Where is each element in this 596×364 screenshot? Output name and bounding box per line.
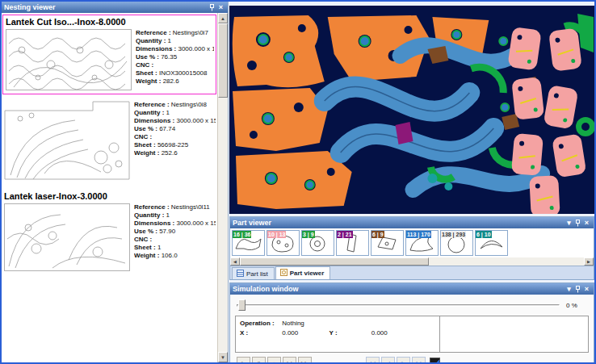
detail-value: 76.35	[161, 53, 177, 61]
go-next-button[interactable]: ▶	[397, 357, 410, 364]
part-thumbnail[interactable]: 16 | 36	[232, 230, 265, 256]
application-window: Nesting viewer × Lantek Cut Iso...-Inox-…	[0, 0, 596, 364]
part-count-badge: 3 | 9	[302, 231, 315, 238]
tab-part-viewer[interactable]: Part viewer	[275, 266, 331, 279]
simulation-title: Simulation window	[233, 285, 565, 293]
detail-label: Sheet :	[134, 244, 156, 251]
nesting-item[interactable]: Reference : Nestings\0i8 Quantity : 1 Di…	[2, 99, 217, 183]
scroll-right-icon[interactable]: ▶	[584, 257, 594, 266]
part-count-badge: 2 | 21	[337, 231, 353, 238]
simulation-panel: Simulation window ▾ × 0 %	[229, 282, 594, 364]
step-to-end-button[interactable]: ▶▶	[298, 357, 312, 364]
nesting-list: Lantek Cut Iso...-Inox-8.0000	[2, 13, 217, 362]
part-thumbnail[interactable]: 6 | 9	[371, 230, 404, 256]
detail-label: Quantity :	[134, 211, 164, 219]
detail-value: Nestings\0i7	[173, 29, 208, 36]
part-count-badge: 6 | 10	[476, 231, 492, 238]
part-thumbnail[interactable]: 2 | 21	[336, 230, 369, 256]
pin-icon[interactable]	[208, 3, 216, 12]
tab-part-list[interactable]: Part list	[232, 267, 275, 279]
nesting-item[interactable]: Reference : Nestings\0l11 Quantity : 1 D…	[2, 202, 217, 274]
go-last-button[interactable]: ▶|	[412, 357, 426, 364]
chevron-down-icon[interactable]: ▾	[565, 285, 573, 294]
part-thumbnail[interactable]: 113 | 170	[405, 230, 439, 256]
part-viewer-titlebar: Part viewer ▾ ×	[230, 217, 594, 228]
vertical-scrollbar[interactable]: ▲ ▼	[217, 13, 228, 362]
scroll-down-icon[interactable]: ▼	[218, 352, 228, 362]
play-button[interactable]: ▶	[237, 357, 250, 364]
detail-value: 1	[166, 211, 170, 219]
scrollbar-thumb[interactable]	[240, 257, 429, 266]
nesting-item-selected[interactable]: Lantek Cut Iso...-Inox-8.0000	[2, 15, 216, 94]
detail-value: 282.6	[163, 77, 179, 85]
slider-track[interactable]	[237, 304, 560, 307]
detail-label: Reference :	[134, 101, 170, 108]
progress-percent: 0 %	[566, 302, 587, 309]
nesting-thumbnail[interactable]	[4, 203, 132, 271]
x-label: X :	[240, 328, 280, 338]
part-thumbnail[interactable]: 138 | 293	[440, 230, 473, 256]
scrollbar-thumb[interactable]	[218, 23, 228, 98]
part-viewer-title: Part viewer	[233, 219, 565, 227]
operation-value: Nothing	[282, 319, 327, 328]
operation-label: Operation :	[240, 319, 280, 328]
stop-button[interactable]: ■	[267, 357, 281, 364]
scroll-left-icon[interactable]: ◀	[230, 257, 240, 266]
detail-value: 57.90	[159, 228, 175, 235]
nesting-thumbnail[interactable]	[6, 29, 133, 90]
chevron-down-icon[interactable]: ▾	[565, 219, 573, 228]
detail-label: Weight :	[134, 252, 159, 259]
scroll-up-icon[interactable]: ▲	[218, 13, 228, 23]
detail-label: Sheet :	[134, 141, 156, 149]
scrollbar-track[interactable]	[218, 23, 228, 352]
go-previous-button[interactable]: ◀	[381, 357, 395, 364]
pin-icon[interactable]	[573, 285, 582, 294]
scrollbar-track[interactable]	[240, 257, 584, 266]
close-icon[interactable]: ×	[582, 219, 591, 228]
detail-value: 56698-225	[157, 141, 188, 149]
pin-icon[interactable]	[573, 219, 582, 228]
nesting-details: Reference : Nestings\0l11 Quantity : 1 D…	[132, 203, 216, 271]
detail-label: CNC :	[134, 133, 152, 140]
pause-button[interactable]: ||	[252, 357, 266, 364]
color-settings-button[interactable]	[430, 358, 440, 364]
nesting-details: Reference : Nestings\0i7 Quantity : 1 Di…	[133, 29, 214, 90]
y-label: Y :	[329, 328, 369, 338]
detail-label: Use % :	[134, 228, 157, 235]
part-count-badge: 16 | 36	[233, 231, 251, 238]
simulation-titlebar: Simulation window ▾ ×	[230, 283, 594, 295]
detail-label: Weight :	[134, 149, 159, 157]
part-thumbnail[interactable]: 3 | 9	[301, 230, 334, 256]
part-tabs: Part list Part viewer	[230, 266, 594, 279]
close-icon[interactable]: ×	[582, 285, 591, 294]
close-icon[interactable]: ×	[216, 3, 225, 12]
detail-value: 3000.000 x 15	[176, 117, 216, 124]
detail-value: 252.6	[162, 149, 178, 157]
simulation-progress-slider[interactable]	[237, 299, 560, 311]
part-count-badge: 113 | 170	[406, 231, 431, 238]
detail-value: 3000.000 x 15	[176, 220, 216, 227]
part-thumbnail[interactable]: 6 | 10	[475, 230, 508, 256]
go-first-button[interactable]: |◀	[366, 357, 380, 364]
detail-value: 1	[166, 109, 170, 116]
nesting-details: Reference : Nestings\0i8 Quantity : 1 Di…	[132, 101, 216, 180]
detail-value: Nestings\0i8	[171, 101, 207, 108]
detail-label: Use % :	[134, 125, 157, 132]
nesting-canvas[interactable]	[229, 6, 594, 214]
nesting-heading: Lantek Cut Iso...-Inox-8.0000	[3, 15, 216, 27]
nesting-viewer-title: Nesting viewer	[4, 3, 208, 11]
tab-label: Part viewer	[290, 270, 325, 277]
part-viewer-panel: Part viewer ▾ × 16 | 36 10 | 13 3 | 9	[229, 216, 594, 280]
transport-toolbar: ▶ || ■ ▶| ▶▶ |◀ ◀ ▶ ▶|	[235, 353, 589, 364]
part-count-badge: 138 | 293	[441, 231, 466, 238]
part-thumbnail[interactable]: 10 | 13	[267, 230, 300, 256]
slider-thumb[interactable]	[238, 299, 246, 311]
detail-label: Reference :	[134, 203, 170, 211]
nesting-thumbnail[interactable]	[4, 101, 132, 180]
operation-info-box: Operation : Nothing X : 0.000 Y : 0.000	[235, 316, 440, 353]
step-forward-button[interactable]: ▶|	[283, 357, 296, 364]
detail-value: 67.74	[159, 125, 175, 132]
horizontal-scrollbar[interactable]: ◀ ▶	[230, 257, 594, 266]
detail-label: Sheet :	[136, 69, 157, 77]
detail-label: Use % :	[136, 53, 159, 61]
